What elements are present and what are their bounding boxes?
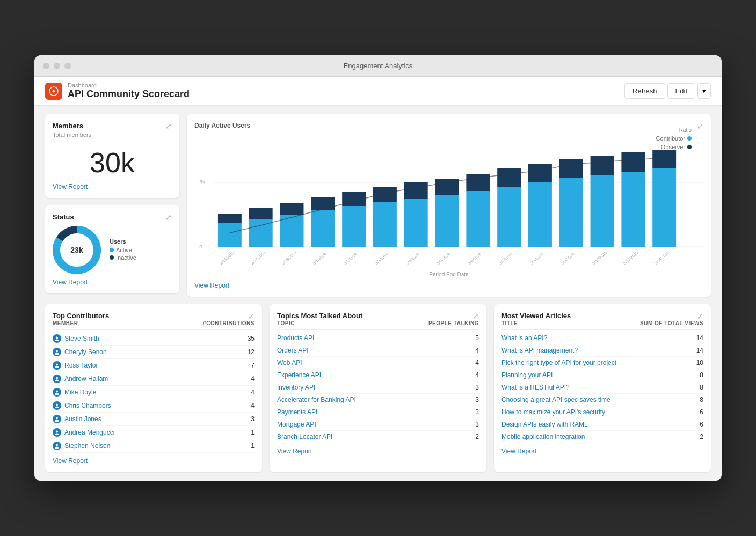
x-axis-label: Period End Date xyxy=(194,271,703,277)
status-view-report[interactable]: View Report xyxy=(53,278,172,286)
table-row: Cheryly Senon 12 xyxy=(53,346,255,359)
traffic-lights xyxy=(43,63,71,69)
bar-contributor-12 xyxy=(559,178,583,247)
row-name: Andrea Mengucci xyxy=(64,429,114,436)
articles-col-views: SUM OF TOTAL VIEWS xyxy=(640,320,703,326)
bar-contributor-1 xyxy=(218,223,242,247)
members-expand-icon[interactable]: ⤢ xyxy=(165,122,172,130)
row-value: 3 xyxy=(251,415,255,423)
user-avatar xyxy=(53,375,61,383)
bar-contributor-10 xyxy=(497,187,521,247)
row-name: Mobile application integration xyxy=(501,433,585,440)
contributors-col-value: #CONTRIBUTIONS xyxy=(203,320,255,326)
row-left: Cheryly Senon xyxy=(53,348,107,356)
row-value: 10 xyxy=(696,359,703,366)
daily-chart-card: Daily Active Users Ratio Contributor Obs… xyxy=(187,114,711,297)
row-value: 4 xyxy=(475,347,479,354)
row-value: 3 xyxy=(475,384,479,391)
header: Dashboard API Community Scorecard Refres… xyxy=(34,77,722,106)
svg-text:3/9/2019: 3/9/2019 xyxy=(560,252,576,266)
row-name: Web API xyxy=(277,359,302,366)
refresh-button[interactable]: Refresh xyxy=(624,83,665,99)
dropdown-button[interactable]: ▾ xyxy=(697,83,711,99)
members-view-report[interactable]: View Report xyxy=(53,183,172,190)
svg-point-36 xyxy=(55,420,59,422)
articles-expand-icon[interactable]: ⤢ xyxy=(697,312,703,320)
topics-col-people: PEOPLE TALKING xyxy=(428,320,479,326)
topics-col-topic: TOPIC xyxy=(277,320,295,326)
bar-observer-9 xyxy=(466,174,490,191)
contributors-title: Top Contributors xyxy=(53,312,109,320)
table-row: Andrea Mengucci 1 xyxy=(53,426,255,439)
row-value: 6 xyxy=(700,421,703,428)
row-value: 7 xyxy=(251,362,255,369)
active-dot xyxy=(110,248,114,252)
row-name: Pick the right type of API for your proj… xyxy=(501,359,616,366)
user-avatar xyxy=(53,361,61,370)
bar-observer-15 xyxy=(652,150,676,168)
chart-view-report[interactable]: View Report xyxy=(194,282,703,289)
bar-observer-7 xyxy=(404,182,428,199)
row-value: 2 xyxy=(700,433,703,440)
topics-table-header: TOPIC PEOPLE TALKING xyxy=(277,320,479,330)
active-label: Active xyxy=(116,247,132,253)
articles-col-title: TITLE xyxy=(501,320,518,326)
table-row: Mobile application integration 2 xyxy=(501,431,703,443)
row-name: Andrew Hallam xyxy=(64,375,108,383)
row-left: Stephen Nelson xyxy=(53,442,110,450)
observer-legend: Observer xyxy=(661,144,692,150)
svg-point-29 xyxy=(56,377,58,379)
row-left: Andrew Hallam xyxy=(53,375,108,383)
table-row: Accelerator for Banking API 3 xyxy=(277,394,479,406)
close-button[interactable] xyxy=(43,63,49,69)
svg-text:3/7/2019: 3/7/2019 xyxy=(498,252,513,266)
row-value: 4 xyxy=(475,359,479,366)
table-row: Ross Taylor 7 xyxy=(53,359,255,372)
svg-point-31 xyxy=(56,391,58,393)
row-left: Austin Jones xyxy=(53,415,101,423)
row-left: Chris Chambers xyxy=(53,401,111,410)
svg-point-37 xyxy=(56,431,58,433)
members-card-header: Members ⤢ xyxy=(53,122,172,130)
row-value: 4 xyxy=(475,371,479,379)
svg-text:2/28/2019: 2/28/2019 xyxy=(281,251,298,266)
chart-expand-icon[interactable]: ⤢ xyxy=(697,122,703,130)
row-name: Cheryly Senon xyxy=(64,348,107,356)
articles-view-report[interactable]: View Report xyxy=(501,447,703,455)
maximize-button[interactable] xyxy=(64,63,71,69)
row-value: 14 xyxy=(696,334,703,342)
contributor-dot xyxy=(687,136,692,141)
user-avatar xyxy=(53,401,61,410)
header-left: Dashboard API Community Scorecard xyxy=(45,82,190,100)
donut-chart: 23k xyxy=(53,226,101,274)
contributors-view-report[interactable]: View Report xyxy=(53,457,255,465)
row-left: Mike Doyle xyxy=(53,388,96,397)
minimize-button[interactable] xyxy=(54,63,60,69)
members-subtitle: Total members xyxy=(53,131,172,138)
inactive-legend-item: Inactive xyxy=(110,254,136,261)
bar-chart-svg: 5k 0 xyxy=(194,150,703,268)
bar-contributor-5 xyxy=(342,206,366,247)
table-row: What is API management? 14 xyxy=(501,344,703,357)
row-name: Mortgage API xyxy=(277,421,316,428)
svg-text:3/13/2019: 3/13/2019 xyxy=(622,251,639,266)
titlebar: Engagement Analytics xyxy=(34,55,722,77)
status-expand-icon[interactable]: ⤢ xyxy=(165,213,172,222)
row-name: How to maximize your API's security xyxy=(501,408,605,416)
app-icon xyxy=(45,83,62,100)
members-title: Members xyxy=(53,122,83,130)
topics-view-report[interactable]: View Report xyxy=(277,447,479,455)
contributors-expand-icon[interactable]: ⤢ xyxy=(248,312,255,320)
topics-expand-icon[interactable]: ⤢ xyxy=(473,312,479,320)
svg-point-38 xyxy=(55,434,59,436)
chart-card-header: Daily Active Users Ratio Contributor Obs… xyxy=(194,122,703,150)
table-row: How to maximize your API's security 6 xyxy=(501,406,703,418)
top-row: Members ⤢ Total members 30k View Report … xyxy=(45,114,711,297)
status-legend-title: Users xyxy=(110,238,136,245)
edit-button[interactable]: Edit xyxy=(667,83,695,99)
bar-contributor-15 xyxy=(652,168,676,247)
svg-point-33 xyxy=(56,404,58,406)
svg-point-27 xyxy=(56,364,58,366)
svg-point-34 xyxy=(55,407,59,409)
svg-text:3/1/2019: 3/1/2019 xyxy=(311,252,327,266)
